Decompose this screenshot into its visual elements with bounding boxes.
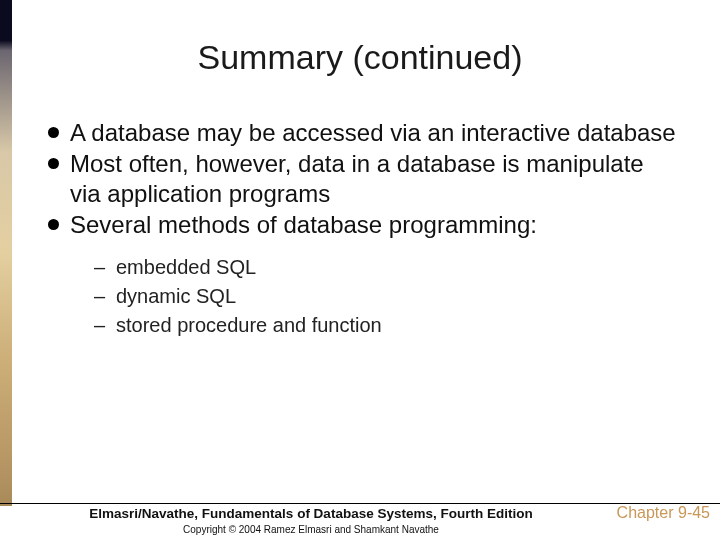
- bullet-text: Several methods of database programming:: [70, 211, 537, 238]
- sub-bullet-item: dynamic SQL: [94, 282, 680, 311]
- sub-bullet-text: embedded SQL: [116, 256, 256, 278]
- sub-bullet-text: stored procedure and function: [116, 314, 382, 336]
- bullet-text: Most often, however, data in a database …: [70, 150, 644, 206]
- bullet-item: Most often, however, data in a database …: [48, 149, 680, 208]
- sub-bullet-item: embedded SQL: [94, 253, 680, 282]
- bullet-list: A database may be accessed via an intera…: [48, 118, 680, 340]
- sub-bullet-text: dynamic SQL: [116, 285, 236, 307]
- chapter-label: Chapter 9-45: [617, 504, 710, 522]
- book-title: Elmasri/Navathe, Fundamentals of Databas…: [0, 506, 622, 521]
- bullet-item: Several methods of database programming:…: [48, 210, 680, 340]
- footer-divider: [0, 503, 720, 504]
- copyright: Copyright © 2004 Ramez Elmasri and Shamk…: [0, 524, 622, 535]
- sub-bullet-list: embedded SQL dynamic SQL stored procedur…: [70, 253, 680, 340]
- slide-content: A database may be accessed via an intera…: [48, 118, 680, 342]
- bullet-item: A database may be accessed via an intera…: [48, 118, 680, 147]
- bullet-text: A database may be accessed via an intera…: [70, 119, 676, 146]
- slide: Summary (continued) A database may be ac…: [0, 0, 720, 540]
- sub-bullet-item: stored procedure and function: [94, 311, 680, 340]
- slide-title: Summary (continued): [0, 38, 720, 77]
